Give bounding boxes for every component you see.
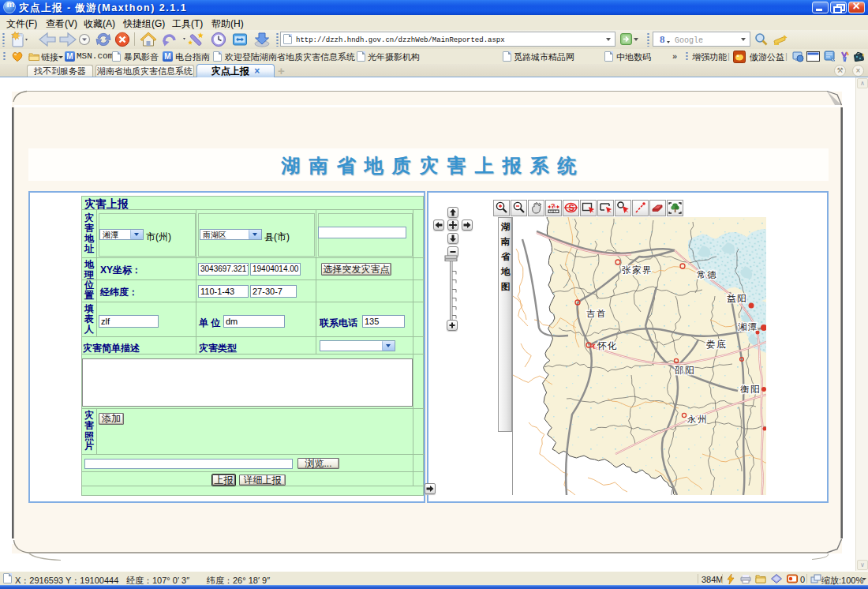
svg-text:衡阳: 衡阳 [740, 385, 761, 394]
svg-text:湘潭: 湘潭 [738, 322, 758, 332]
svg-text:?: ? [551, 202, 556, 210]
svg-text:永州: 永州 [687, 415, 708, 424]
svg-text:吉首: 吉首 [586, 309, 607, 318]
svg-text:娄底: 娄底 [706, 340, 727, 349]
svg-text:邵阳: 邵阳 [674, 366, 695, 375]
svg-text:常德: 常德 [697, 270, 717, 279]
svg-text:张家界: 张家界 [622, 265, 653, 275]
svg-text:益阳: 益阳 [727, 294, 747, 303]
svg-text:怀化: 怀化 [597, 341, 618, 351]
